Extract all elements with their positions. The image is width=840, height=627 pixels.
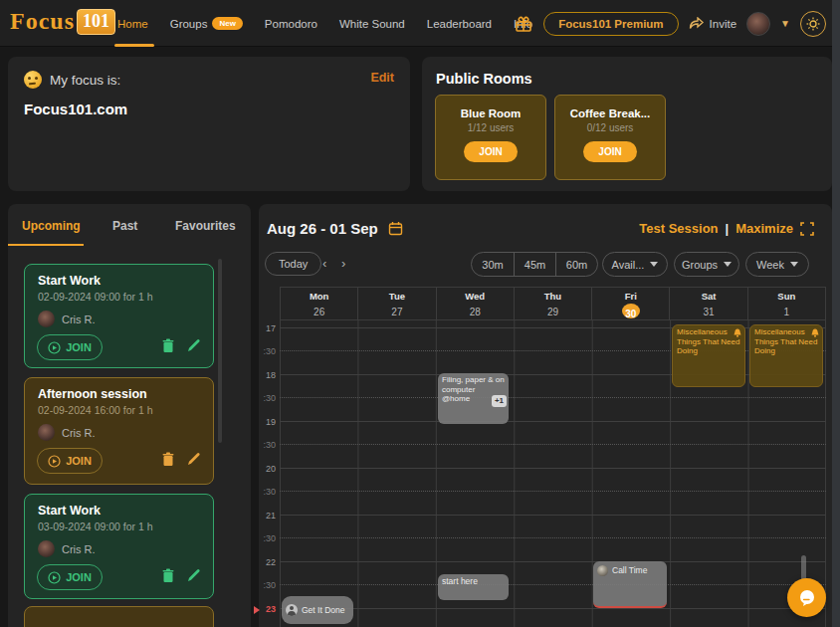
session-datetime: 02-09-2024 16:00 for 1 h bbox=[38, 404, 153, 416]
trash-icon[interactable] bbox=[161, 338, 175, 353]
session-card[interactable]: Afternoon session 02-09-2024 16:00 for 1… bbox=[24, 377, 214, 485]
maximize-icon[interactable] bbox=[800, 222, 814, 236]
availability-dropdown[interactable]: Avail... bbox=[602, 252, 668, 277]
thinking-emoji-icon bbox=[24, 71, 42, 89]
calendar-range: Aug 26 - 01 Sep bbox=[267, 220, 403, 237]
pencil-icon[interactable] bbox=[187, 338, 201, 352]
my-focus-panel: My focus is: Edit Focus101.com bbox=[8, 57, 410, 191]
user-avatar[interactable] bbox=[746, 12, 770, 36]
nav-white-sound[interactable]: White Sound bbox=[339, 18, 405, 30]
today-button[interactable]: Today bbox=[265, 252, 321, 276]
nav-leaderboard[interactable]: Leaderboard bbox=[427, 18, 492, 30]
next-week-button[interactable]: › bbox=[341, 256, 345, 271]
groups-dropdown[interactable]: Groups bbox=[674, 252, 739, 277]
sun-icon bbox=[806, 17, 820, 31]
event-filing-paper[interactable]: Filing, paper & on computer @home +1 bbox=[438, 373, 509, 424]
public-rooms-panel: Public Rooms Blue Room 1/12 users JOIN C… bbox=[422, 57, 832, 191]
room-user-count: 1/12 users bbox=[436, 122, 545, 133]
event-miscellaneous-sat[interactable]: Miscellaneous Things That Need Doing bbox=[672, 324, 745, 387]
gift-icon[interactable] bbox=[514, 14, 533, 34]
duration-30m[interactable]: 30m bbox=[472, 253, 514, 276]
day-header-mon[interactable]: Mon 26 bbox=[280, 288, 357, 319]
theme-toggle-button[interactable] bbox=[800, 11, 826, 37]
calendar-links: Test Session | Maximize bbox=[639, 221, 814, 236]
logo-101-box: 101 bbox=[77, 9, 115, 35]
trash-icon[interactable] bbox=[161, 568, 175, 583]
calendar-panel: Aug 26 - 01 Sep Test Session | Maximize … bbox=[259, 204, 832, 627]
join-session-button[interactable]: JOIN bbox=[37, 564, 103, 590]
calendar-icon[interactable] bbox=[388, 221, 403, 236]
trash-icon[interactable] bbox=[161, 452, 175, 467]
edit-focus-button[interactable]: Edit bbox=[370, 71, 394, 85]
active-tab-underline bbox=[114, 44, 154, 47]
nav-pomodoro[interactable]: Pomodoro bbox=[265, 18, 317, 30]
join-room-button[interactable]: JOIN bbox=[464, 141, 517, 162]
caret-down-icon bbox=[790, 262, 798, 267]
chat-bubble-icon bbox=[797, 588, 817, 608]
day-header-sat[interactable]: Sat 31 bbox=[669, 288, 746, 319]
duration-45m[interactable]: 45m bbox=[514, 253, 555, 276]
focus-value: Focus101.com bbox=[24, 101, 127, 117]
focus-heading: My focus is: bbox=[24, 71, 120, 89]
pencil-icon[interactable] bbox=[187, 452, 201, 466]
caret-down-icon bbox=[650, 262, 658, 267]
avatar bbox=[38, 424, 55, 441]
day-header-fri[interactable]: Fri 30 bbox=[591, 288, 669, 319]
pencil-icon[interactable] bbox=[187, 568, 201, 582]
day-header-sun[interactable]: Sun 1 bbox=[747, 288, 826, 319]
day-header-thu[interactable]: Thu 29 bbox=[514, 288, 591, 319]
tab-past[interactable]: Past bbox=[112, 219, 137, 233]
logo[interactable]: Focus 101 bbox=[10, 8, 115, 35]
day-header-tue[interactable]: Tue 27 bbox=[357, 288, 435, 319]
play-icon bbox=[48, 455, 61, 468]
room-card-blue-room[interactable]: Blue Room 1/12 users JOIN bbox=[435, 95, 546, 180]
join-room-button[interactable]: JOIN bbox=[583, 141, 636, 162]
event-miscellaneous-sun[interactable]: Miscellaneous Things That Need Doing bbox=[749, 324, 823, 387]
invite-button[interactable]: Invite bbox=[689, 17, 737, 31]
share-arrow-icon bbox=[689, 17, 705, 31]
tab-upcoming[interactable]: Upcoming bbox=[22, 219, 81, 233]
avatar bbox=[38, 540, 55, 557]
day-header-wed[interactable]: Wed 28 bbox=[436, 288, 514, 319]
overflow-count-badge[interactable]: +1 bbox=[492, 395, 507, 407]
current-time-label: 23 bbox=[266, 604, 276, 614]
avatar bbox=[38, 311, 55, 327]
tab-favourites[interactable]: Favourites bbox=[175, 219, 236, 233]
play-icon bbox=[48, 571, 61, 584]
calendar-toolbar: Today ‹ › 30m 45m 60m Avail... Groups We… bbox=[259, 250, 832, 282]
session-title: Start Work bbox=[38, 504, 101, 518]
calendar-grid[interactable]: Get It Done start here Filing, paper & o… bbox=[280, 320, 826, 627]
event-get-it-done[interactable]: Get It Done bbox=[282, 596, 353, 624]
sessions-scrollbar[interactable] bbox=[218, 259, 222, 443]
join-session-button[interactable]: JOIN bbox=[37, 448, 103, 474]
room-card-coffee-break[interactable]: Coffee Break... 0/12 users JOIN bbox=[554, 95, 666, 180]
event-call-time[interactable]: Call Time bbox=[593, 561, 667, 608]
room-user-count: 0/12 users bbox=[555, 122, 665, 133]
session-card-partial[interactable] bbox=[24, 606, 214, 627]
duration-60m[interactable]: 60m bbox=[555, 253, 597, 276]
logo-text: Focus bbox=[10, 8, 75, 35]
person-icon bbox=[286, 604, 298, 616]
session-title: Start Work bbox=[38, 274, 101, 288]
nav-home[interactable]: Home bbox=[117, 18, 148, 30]
session-card[interactable]: Start Work 03-09-2024 09:00 for 1 h Cris… bbox=[24, 494, 214, 599]
event-start-here[interactable]: start here bbox=[438, 574, 509, 600]
app-root: Focus 101 Home GroupsNew Pomodoro White … bbox=[0, 0, 840, 627]
session-datetime: 03-09-2024 09:00 for 1 h bbox=[38, 521, 153, 532]
chevron-down-icon[interactable]: ▼ bbox=[780, 18, 790, 29]
bell-icon bbox=[811, 328, 819, 337]
chat-fab-button[interactable] bbox=[787, 578, 826, 617]
nav-groups[interactable]: GroupsNew bbox=[170, 17, 243, 30]
test-session-link[interactable]: Test Session bbox=[639, 221, 718, 236]
session-host: Cris R. bbox=[38, 311, 96, 327]
sessions-tabs: Upcoming Past Favourites bbox=[8, 204, 251, 246]
maximize-link[interactable]: Maximize bbox=[735, 221, 793, 236]
session-title: Afternoon session bbox=[38, 387, 147, 401]
caret-down-icon bbox=[724, 262, 732, 267]
session-card[interactable]: Start Work 02-09-2024 09:00 for 1 h Cris… bbox=[24, 264, 214, 368]
page-scrollbar[interactable] bbox=[832, 0, 840, 627]
join-session-button[interactable]: JOIN bbox=[37, 334, 103, 360]
prev-week-button[interactable]: ‹ bbox=[322, 256, 326, 271]
view-dropdown[interactable]: Week bbox=[745, 252, 809, 277]
premium-button[interactable]: Focus101 Premium bbox=[543, 12, 678, 36]
